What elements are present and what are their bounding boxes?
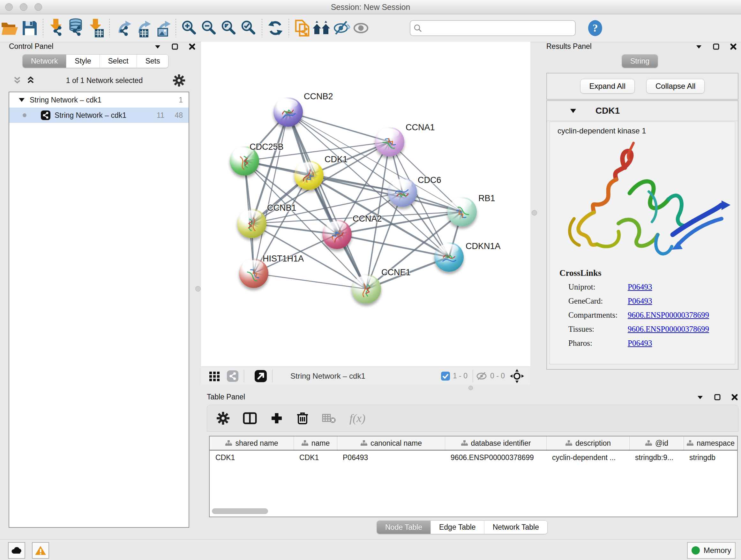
import-network-icon[interactable] [47,18,66,38]
table-panel-float-icon[interactable] [714,393,721,401]
cell-namespace[interactable]: stringdb [684,453,737,462]
table-panel-header: Table Panel [207,393,738,401]
network-options-gear-icon[interactable] [173,74,185,86]
cell-name[interactable]: CDK1 [293,453,337,462]
birdseye-grid-icon[interactable] [209,370,220,382]
node-CCNB2[interactable] [273,98,303,127]
control-panel-float-icon[interactable] [171,43,179,51]
results-panel-float-icon[interactable] [712,43,720,51]
protein-collapse-icon[interactable] [569,107,577,115]
tab-string[interactable]: String [622,55,658,68]
cell-databaseidentifier[interactable]: 9606.ENSP00000378699 [445,453,546,462]
show-all-icon[interactable] [352,18,372,38]
left-splitter-handle[interactable] [195,286,201,292]
save-session-icon[interactable] [20,18,40,38]
results-panel-close-icon[interactable] [730,43,737,51]
edge-CCNA2-CDKN1A[interactable] [337,234,449,257]
control-panel-close-icon[interactable] [188,43,196,51]
zoom-in-icon[interactable] [179,18,199,38]
collapse-all-button[interactable]: Collapse All [646,79,704,94]
tab-select[interactable]: Select [99,55,137,68]
column-header-name[interactable]: name [293,436,337,450]
open-in-new-window-icon[interactable] [254,370,267,382]
table-horizontal-scrollbar[interactable] [212,508,268,514]
crosslink-value-link[interactable]: 9606.ENSP00000378699 [628,311,709,320]
table-options-gear-icon[interactable] [217,412,229,425]
show-columns-icon[interactable] [243,412,257,425]
expand-all-button[interactable]: Expand All [580,79,635,94]
column-header-sharedname[interactable]: shared name [210,436,293,450]
results-panel-title: Results Panel [546,42,592,51]
zoom-selected-icon[interactable] [239,18,259,38]
column-header-databaseidentifier[interactable]: database identifier [445,436,546,450]
cell-canonicalname[interactable]: P06493 [337,453,445,462]
network-share-icon[interactable] [226,370,239,382]
tab-network[interactable]: Network [23,55,66,68]
collection-label: String Network – cdk1 [30,96,102,105]
edge-CCNE1-HIST1H1A[interactable] [254,273,366,289]
apply-layout-icon[interactable] [266,18,285,38]
node-CDK1[interactable] [294,161,324,190]
results-panel-menu-icon[interactable] [695,43,703,51]
collection-expand-icon[interactable] [18,97,25,104]
first-neighbors-icon[interactable] [312,18,332,38]
cell-sharedname[interactable]: CDK1 [210,453,293,462]
table-row[interactable]: CDK1CDK1P064939606.ENSP00000378699cyclin… [210,450,737,464]
tab-style[interactable]: Style [66,55,99,68]
node-CDKN1A[interactable] [434,242,464,272]
warning-status-button[interactable] [32,542,49,559]
tab-edge-table[interactable]: Edge Table [430,521,484,534]
selected-checkbox-icon[interactable] [441,371,450,381]
crosslink-value-link[interactable]: 9606.ENSP00000378699 [628,325,709,334]
export-image-icon[interactable] [152,18,172,38]
crosslink-value-link[interactable]: P06493 [628,339,652,348]
node-CCNA1[interactable] [375,127,404,157]
cloud-status-button[interactable] [8,542,25,559]
tab-sets[interactable]: Sets [137,55,168,68]
node-CCNE1[interactable] [352,274,381,304]
node-CCNB1[interactable] [237,209,266,238]
search-box[interactable] [410,20,576,36]
column-header-namespace[interactable]: namespace [684,436,737,450]
network-canvas[interactable]: CCNB2 CCNA1 CDC25B CDK1 CDC6 [201,42,530,367]
edge-CCNB2-CCNA1[interactable] [288,112,390,142]
crosslink-value-link[interactable]: P06493 [628,283,652,292]
import-table-icon[interactable] [86,18,106,38]
cell-id[interactable]: stringdb:9... [629,453,684,462]
help-icon[interactable]: ? [585,18,605,38]
node-RB1[interactable] [448,197,477,226]
zoom-out-icon[interactable] [199,18,219,38]
hide-selected-icon[interactable] [332,18,352,38]
zoom-fit-icon[interactable] [219,18,239,38]
memory-button[interactable]: Memory [687,542,736,559]
column-header-canonicalname[interactable]: canonical name [337,436,445,450]
control-panel-menu-icon[interactable] [154,43,161,51]
node-CCNA2[interactable] [322,220,352,249]
copy-document-icon[interactable] [292,18,312,38]
delete-column-trash-icon[interactable] [296,412,309,425]
table-panel-close-icon[interactable] [731,393,738,401]
import-network-from-database-icon[interactable] [66,18,86,38]
right-splitter-handle[interactable] [532,210,537,215]
fit-crosshair-icon[interactable] [510,369,524,383]
node-CDC6[interactable] [388,178,417,207]
tab-network-table[interactable]: Network Table [484,521,547,534]
open-file-icon[interactable] [0,18,20,38]
export-table-icon[interactable] [133,18,152,38]
export-network-icon[interactable] [113,18,133,38]
collapse-all-networks-icon[interactable] [12,75,22,85]
search-input[interactable] [422,23,557,33]
table-panel-menu-icon[interactable] [696,393,704,401]
edge-CCNB2-HIST1H1A[interactable] [254,112,288,273]
expand-all-networks-icon[interactable] [25,75,36,85]
crosslink-value-link[interactable]: P06493 [628,297,652,306]
column-header-description[interactable]: description [546,436,629,450]
cell-description[interactable]: cyclin-dependent ... [546,453,629,462]
column-header-id[interactable]: @id [629,436,684,450]
add-column-icon[interactable] [270,412,283,425]
tab-node-table[interactable]: Node Table [377,521,430,534]
crosslink-row: Compartments:9606.ENSP00000378699 [550,308,735,322]
network-row-selected[interactable]: String Network – cdk1 11 48 [9,108,189,123]
network-collection-row[interactable]: String Network – cdk1 1 [9,92,189,108]
bottom-splitter-handle[interactable] [468,386,473,390]
